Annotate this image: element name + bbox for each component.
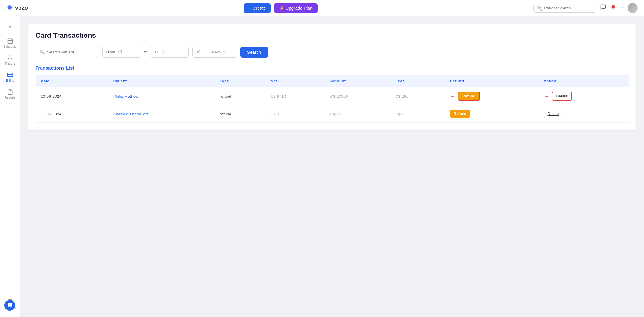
refund-button-2[interactable]: Refund xyxy=(450,110,470,118)
cell-refund-2: Refund xyxy=(445,105,538,123)
patient-link-1[interactable]: Philip,Mathew xyxy=(113,94,139,99)
col-patient: Patient xyxy=(108,75,215,87)
filter-icon xyxy=(196,49,207,55)
cell-fees-2: C$ 1 xyxy=(390,105,445,123)
cell-fees-1: C$ 290 xyxy=(390,87,445,105)
col-net: Net xyxy=(265,75,325,87)
topnav: vozo + Create ⚡ Upgrade Plan 🔍 + xyxy=(0,0,644,16)
chat-bubble-button[interactable] xyxy=(4,300,15,311)
topnav-center: + Create ⚡ Upgrade Plan xyxy=(244,3,318,13)
select-filter-dropdown[interactable]: Select xyxy=(192,47,236,58)
to-separator: to xyxy=(144,50,147,54)
cell-refund-1: → Refund xyxy=(445,87,538,105)
sidebar-item-reports[interactable]: Reports xyxy=(1,86,19,102)
patient-search-input[interactable] xyxy=(544,6,593,10)
cell-net-2: C$ 9 xyxy=(265,105,325,123)
from-date-input[interactable]: From xyxy=(102,47,140,58)
cell-date-2: 11-06-2024 xyxy=(36,105,108,123)
search-icon: 🔍 xyxy=(537,6,542,11)
sidebar-item-patient[interactable]: Patient xyxy=(1,52,19,68)
patient-icon xyxy=(7,55,13,61)
card-transactions-card: Card Transactions 🔍 From to To xyxy=(28,24,636,130)
to-date-input[interactable]: To xyxy=(151,47,189,58)
table-row: 20-06-2024 Philip,Mathew refund C$ 9710 … xyxy=(36,87,629,105)
cell-type-1: refund xyxy=(215,87,265,105)
col-refund: Refund xyxy=(445,75,538,87)
patient-search-bar[interactable]: 🔍 xyxy=(533,4,596,13)
schedule-icon xyxy=(7,38,13,44)
sidebar-label-billing: Billing xyxy=(6,79,14,82)
search-patient-icon: 🔍 xyxy=(40,50,45,54)
svg-rect-16 xyxy=(162,50,165,53)
billing-icon xyxy=(7,72,13,78)
table-header-row: Date Patient Type Net Amount Fees Refund… xyxy=(36,75,629,87)
logo-text: vozo xyxy=(15,5,28,11)
search-patient-field[interactable]: 🔍 xyxy=(36,47,98,57)
col-date: Date xyxy=(36,75,108,87)
logo-area: vozo xyxy=(6,4,28,12)
to-placeholder: To xyxy=(154,50,159,54)
search-patient-input[interactable] xyxy=(47,50,94,54)
col-fees: Fees xyxy=(390,75,445,87)
details-button-1[interactable]: Details xyxy=(552,92,572,101)
plus-icon[interactable]: + xyxy=(620,4,624,12)
sidebar-item-billing[interactable]: Billing xyxy=(1,69,19,85)
cell-amount-2: C$ 10 xyxy=(325,105,390,123)
patient-link-2[interactable]: Ahamed,ThahaTest xyxy=(113,112,149,116)
page-title: Card Transactions xyxy=(36,31,629,40)
cell-amount-1: C$ 10000 xyxy=(325,87,390,105)
create-button[interactable]: + Create xyxy=(244,3,271,13)
calendar-icon-to xyxy=(161,49,166,55)
main-content: Card Transactions 🔍 From to To xyxy=(20,16,644,317)
message-icon[interactable] xyxy=(600,4,606,12)
arrow-refund-icon: → xyxy=(450,93,455,100)
sidebar-item-schedule[interactable]: Schedule xyxy=(1,35,19,51)
cell-date-1: 20-06-2024 xyxy=(36,87,108,105)
svg-point-6 xyxy=(9,56,11,58)
calendar-icon-from xyxy=(118,49,122,55)
svg-rect-12 xyxy=(118,50,122,53)
cell-action-2: Details xyxy=(539,105,629,123)
sidebar: » Schedule Patient Billing Reports Setti… xyxy=(0,16,20,317)
transactions-list: Transactions List Date Patient Type Net … xyxy=(36,65,629,123)
table-wrapper: Date Patient Type Net Amount Fees Refund… xyxy=(36,75,629,123)
cell-patient-1: Philip,Mathew xyxy=(108,87,215,105)
details-button-2[interactable]: Details xyxy=(544,110,564,118)
refund-button-1[interactable]: Refund xyxy=(458,92,480,101)
app-logo[interactable]: vozo xyxy=(6,4,28,12)
svg-marker-20 xyxy=(196,50,200,53)
from-label: From xyxy=(106,50,115,54)
cell-type-2: refund xyxy=(215,105,265,123)
cell-patient-2: Ahamed,ThahaTest xyxy=(108,105,215,123)
avatar[interactable] xyxy=(628,3,638,13)
topnav-right: 🔍 + xyxy=(533,3,638,13)
chat-icon xyxy=(7,303,13,308)
transactions-table: Date Patient Type Net Amount Fees Refund… xyxy=(36,75,629,123)
col-type: Type xyxy=(215,75,265,87)
reports-icon xyxy=(7,89,13,95)
filter-row: 🔍 From to To Select xyxy=(36,47,629,58)
cell-net-1: C$ 9710 xyxy=(265,87,325,105)
col-amount: Amount xyxy=(325,75,390,87)
svg-rect-2 xyxy=(8,39,13,43)
search-button[interactable]: Search xyxy=(240,47,268,58)
chevron-down-icon xyxy=(222,50,233,54)
table-row: 11-06-2024 Ahamed,ThahaTest refund C$ 9 … xyxy=(36,105,629,123)
col-action: Action xyxy=(539,75,629,87)
vozo-icon xyxy=(6,4,13,12)
sidebar-expand-button[interactable]: » xyxy=(6,21,14,31)
bell-icon[interactable] xyxy=(610,4,616,12)
arrow-details-icon: → xyxy=(544,93,549,100)
cell-action-1: → Details xyxy=(539,87,629,105)
sidebar-label-patient: Patient xyxy=(5,62,15,65)
transactions-section-title: Transactions List xyxy=(36,65,629,70)
select-label: Select xyxy=(209,50,220,54)
svg-rect-7 xyxy=(8,73,13,77)
sidebar-label-reports: Reports xyxy=(4,96,15,99)
upgrade-button[interactable]: ⚡ Upgrade Plan xyxy=(274,3,318,13)
sidebar-label-schedule: Schedule xyxy=(3,45,17,48)
